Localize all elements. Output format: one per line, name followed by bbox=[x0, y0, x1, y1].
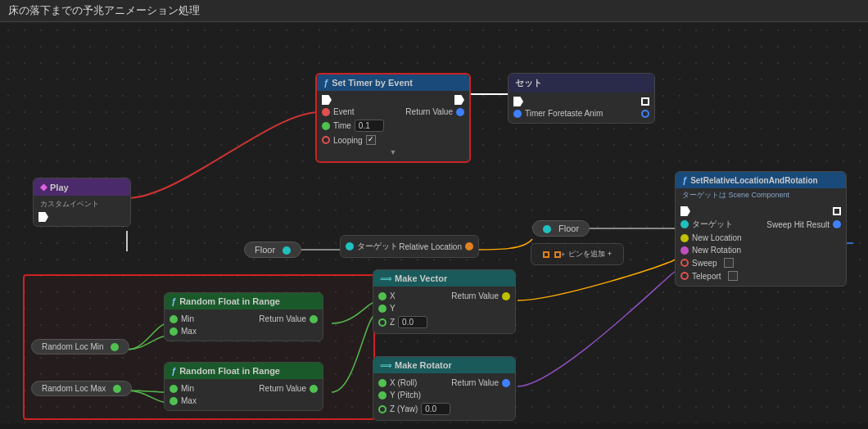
rf2-max-pin[interactable] bbox=[170, 397, 178, 405]
relative-loc-out-pin[interactable] bbox=[465, 242, 473, 251]
floor-left-out-pin[interactable] bbox=[283, 246, 291, 255]
mr-x-pin[interactable] bbox=[378, 379, 387, 387]
mr-y-label: Y (Pitch) bbox=[390, 391, 421, 400]
set-node-title: セット bbox=[515, 77, 542, 89]
sr-teleport-pin[interactable] bbox=[680, 272, 689, 280]
make-vector-icon: ⟹ bbox=[380, 274, 391, 283]
set-timer-exec-in[interactable] bbox=[322, 95, 332, 105]
play-node-title: Play bbox=[50, 183, 69, 192]
sr-target-pin[interactable] bbox=[680, 220, 689, 228]
sr-newrot-label: New Rotation bbox=[692, 246, 741, 255]
rf1-return-pin[interactable] bbox=[310, 315, 318, 323]
pin-add-node[interactable]: + ピンを追加 + bbox=[531, 243, 624, 265]
make-rotator-node[interactable]: ⟹ Make Rotator X (Roll) Return Value Y (… bbox=[373, 356, 516, 421]
sr-teleport-checkbox[interactable] bbox=[728, 271, 738, 281]
set-relative-header: ƒ SetRelativeLocationAndRotation bbox=[676, 172, 846, 188]
mr-return-pin[interactable] bbox=[502, 379, 510, 387]
random-float-2-header: ƒ Random Float in Range bbox=[165, 363, 323, 379]
make-rotator-header: ⟹ Make Rotator bbox=[373, 357, 515, 373]
set-exec-in[interactable] bbox=[513, 97, 523, 106]
pin-add-in1[interactable] bbox=[543, 251, 549, 258]
floor-right-in-pin[interactable] bbox=[543, 225, 551, 233]
set-exec-out[interactable] bbox=[641, 97, 649, 106]
mv-x-pin[interactable] bbox=[378, 292, 387, 300]
play-exec-out-pin[interactable] bbox=[38, 212, 48, 222]
set-timer-time-input[interactable] bbox=[355, 120, 384, 132]
random-float-2-func-icon: ƒ bbox=[171, 366, 176, 376]
mv-x-label: X bbox=[390, 291, 396, 300]
pin-add-label[interactable]: ピンを追加 + bbox=[568, 249, 612, 260]
random-float-2-title: Random Float in Range bbox=[179, 366, 280, 376]
pin-add-plus[interactable]: + bbox=[561, 251, 565, 259]
set-relative-node[interactable]: ƒ SetRelativeLocationAndRotation ターゲットは … bbox=[675, 171, 847, 287]
random-loc-max-node[interactable]: Random Loc Max bbox=[31, 381, 132, 396]
make-rotator-icon: ⟹ bbox=[380, 361, 391, 370]
mr-x-label: X (Roll) bbox=[390, 378, 417, 387]
sr-sweep-hit-label: Sweep Hit Result bbox=[766, 220, 830, 229]
set-timer-time-pin[interactable] bbox=[322, 122, 330, 130]
set-timer-looping-checkbox[interactable] bbox=[366, 135, 376, 145]
rf1-return-label: Return Value bbox=[259, 314, 306, 323]
sr-exec-in[interactable] bbox=[680, 206, 690, 216]
mv-z-pin[interactable] bbox=[378, 318, 387, 327]
sr-newloc-pin[interactable] bbox=[680, 234, 689, 242]
random-float-1-node[interactable]: ƒ Random Float in Range Min Return Value… bbox=[164, 292, 323, 341]
set-relative-sub: ターゲットは Scene Component bbox=[676, 188, 846, 202]
sr-sweep-checkbox[interactable] bbox=[724, 258, 734, 268]
floor-right-node[interactable]: Floor bbox=[532, 220, 590, 237]
random-loc-min-out-pin[interactable] bbox=[111, 343, 119, 351]
mr-z-label: Z (Yaw) bbox=[390, 404, 418, 413]
blueprint-canvas[interactable]: ◆ Play カスタムイベント ƒ Set Timer by Event bbox=[0, 22, 868, 423]
mv-return-pin[interactable] bbox=[502, 292, 510, 300]
rf1-min-label: Min bbox=[181, 314, 194, 323]
sr-newrot-pin[interactable] bbox=[680, 246, 689, 255]
set-timer-anim-pin[interactable] bbox=[513, 110, 522, 118]
set-timer-exec-out[interactable] bbox=[454, 95, 464, 105]
page-title: 床の落下までの予兆アニメーション処理 bbox=[8, 4, 200, 16]
random-loc-max-out-pin[interactable] bbox=[113, 385, 121, 393]
target-relative-node[interactable]: ターゲット Relative Location bbox=[340, 235, 479, 258]
mv-z-input[interactable] bbox=[398, 316, 427, 328]
set-timer-looping-pin[interactable] bbox=[322, 136, 330, 144]
rf1-min-pin[interactable] bbox=[170, 315, 178, 323]
make-vector-node[interactable]: ⟹ Make Vector X Return Value Y bbox=[373, 269, 516, 334]
sr-teleport-label: Teleport bbox=[692, 272, 721, 281]
set-relative-func-icon: ƒ bbox=[682, 175, 687, 185]
sr-target-label: ターゲット bbox=[692, 219, 733, 230]
play-node-header: ◆ Play bbox=[34, 178, 130, 196]
make-vector-title: Make Vector bbox=[395, 273, 447, 283]
title-bar: 床の落下までの予兆アニメーション処理 bbox=[0, 0, 868, 22]
floor-right-label: Floor bbox=[558, 224, 579, 233]
random-float-1-func-icon: ƒ bbox=[171, 296, 176, 306]
mv-y-pin[interactable] bbox=[378, 305, 387, 313]
rf2-return-label: Return Value bbox=[259, 384, 306, 393]
set-timer-return-pin[interactable] bbox=[456, 108, 464, 116]
mv-return-label: Return Value bbox=[451, 291, 499, 300]
random-float-2-node[interactable]: ƒ Random Float in Range Min Return Value… bbox=[164, 362, 323, 411]
sr-exec-out[interactable] bbox=[833, 207, 841, 215]
mr-y-pin[interactable] bbox=[378, 391, 387, 400]
play-node[interactable]: ◆ Play カスタムイベント bbox=[33, 178, 131, 227]
rf2-return-pin[interactable] bbox=[310, 385, 318, 393]
random-loc-min-node[interactable]: Random Loc Min bbox=[31, 339, 129, 354]
pin-add-in2[interactable] bbox=[554, 251, 561, 258]
set-out-pin[interactable] bbox=[641, 110, 649, 118]
floor-left-node[interactable]: Floor bbox=[244, 242, 301, 258]
random-float-1-header: ƒ Random Float in Range bbox=[165, 293, 323, 309]
sr-sweep-pin[interactable] bbox=[680, 259, 689, 267]
mr-z-input[interactable] bbox=[421, 403, 450, 415]
set-timer-node[interactable]: ƒ Set Timer by Event Event Return Value bbox=[315, 73, 471, 163]
rf2-min-pin[interactable] bbox=[170, 385, 178, 393]
rf1-max-pin[interactable] bbox=[170, 327, 178, 336]
random-float-1-title: Random Float in Range bbox=[179, 296, 280, 306]
rf2-min-label: Min bbox=[181, 384, 194, 393]
sr-sweep-hit-pin[interactable] bbox=[833, 220, 841, 228]
random-loc-max-label: Random Loc Max bbox=[42, 384, 106, 393]
set-node[interactable]: セット Timer Foretaste Anim bbox=[508, 73, 655, 124]
expand-arrow[interactable]: ▼ bbox=[317, 147, 469, 158]
mr-z-pin[interactable] bbox=[378, 405, 387, 413]
mv-y-label: Y bbox=[390, 304, 396, 313]
set-timer-event-pin[interactable] bbox=[322, 108, 330, 116]
target-in-pin[interactable] bbox=[346, 242, 354, 251]
sr-sweep-label: Sweep bbox=[692, 259, 717, 268]
